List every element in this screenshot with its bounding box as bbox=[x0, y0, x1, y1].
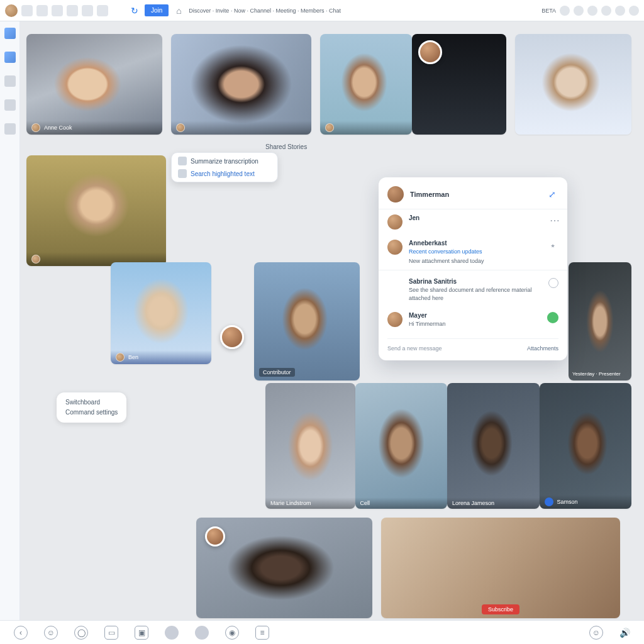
close-icon[interactable] bbox=[629, 6, 639, 16]
section-heading: Shared Stories bbox=[265, 143, 631, 150]
history-icon[interactable] bbox=[587, 6, 597, 16]
tab-icon[interactable] bbox=[82, 5, 93, 16]
app-icon[interactable] bbox=[4, 28, 16, 39]
tab-icon[interactable] bbox=[52, 5, 63, 16]
screen-button[interactable]: ▣ bbox=[135, 626, 148, 640]
chat-panel: Timmerman ⤢ Jen ⋯ Anneberkast Recent con… bbox=[379, 177, 567, 360]
chat-composer[interactable]: Send a new message Attachments bbox=[387, 338, 558, 352]
left-sidebar bbox=[0, 21, 20, 620]
video-tile[interactable]: Contributor bbox=[254, 262, 360, 380]
list-button[interactable]: ≡ bbox=[255, 626, 269, 640]
sender-name: Mayer bbox=[409, 312, 541, 319]
beta-label: BETA bbox=[541, 8, 556, 14]
tab-icon[interactable] bbox=[21, 5, 33, 16]
message-sub: New attachment shared today bbox=[409, 257, 543, 265]
video-tile[interactable] bbox=[515, 34, 631, 135]
tile-row: Marie Lindstrom Cell Lorena Jameson Sams… bbox=[265, 383, 631, 509]
tooltip-line: Summarize transcription bbox=[191, 158, 258, 165]
feedback-button[interactable]: ☺ bbox=[589, 626, 603, 640]
tab-icon[interactable] bbox=[67, 5, 78, 16]
video-tile[interactable]: Anne Cook bbox=[26, 34, 162, 135]
tile-name: Ben bbox=[128, 354, 138, 360]
tab-icon[interactable] bbox=[36, 5, 48, 16]
video-tile[interactable]: Lorena Jameson bbox=[447, 383, 539, 509]
tile-name: Cell bbox=[360, 500, 370, 506]
mic-icon bbox=[545, 497, 553, 506]
nav-icon[interactable] bbox=[4, 99, 16, 111]
video-tile[interactable]: Yesterday · Presenter bbox=[569, 262, 631, 380]
chat-message[interactable]: Jen ⋯ bbox=[379, 209, 567, 235]
action-tooltip[interactable]: Summarize transcription Search highlight… bbox=[171, 152, 278, 182]
video-tile[interactable] bbox=[196, 518, 372, 618]
participant-avatar bbox=[418, 40, 442, 64]
more-icon[interactable]: ⋯ bbox=[550, 214, 558, 223]
tile-name: Marie Lindstrom bbox=[270, 500, 311, 506]
presence-dot bbox=[31, 123, 40, 132]
tile-tag: Yesterday · Presenter bbox=[572, 371, 628, 377]
nav-icon[interactable] bbox=[4, 123, 16, 135]
home-icon[interactable]: ⌂ bbox=[172, 4, 185, 17]
bookmark-icon[interactable]: ⋆ bbox=[550, 240, 558, 248]
settings-icon[interactable] bbox=[560, 6, 570, 16]
presence-dot bbox=[31, 255, 40, 264]
top-toolbar: ↻ Join ⌂ Discover · Invite · Now · Chann… bbox=[0, 0, 644, 21]
info-bubble: Switchboard Command settings bbox=[57, 392, 126, 423]
composer-placeholder: Send a new message bbox=[387, 345, 442, 352]
person-button[interactable] bbox=[165, 626, 179, 640]
message-text: Hi Timmerman bbox=[409, 320, 541, 328]
expand-icon[interactable]: ⤢ bbox=[548, 189, 558, 199]
status-badge bbox=[548, 278, 558, 288]
tile-row: Anne Cook bbox=[26, 34, 631, 135]
tile-row: Subscribe bbox=[196, 518, 631, 618]
chat-button[interactable]: ☺ bbox=[44, 626, 58, 640]
subscribe-button[interactable]: Subscribe bbox=[482, 604, 519, 614]
breadcrumb: Discover · Invite · Now · Channel · Meet… bbox=[189, 8, 341, 14]
message-text: Recent conversation updates bbox=[409, 248, 543, 256]
notifications-icon[interactable] bbox=[574, 6, 584, 16]
tile-name: Samson bbox=[557, 499, 578, 505]
video-tile[interactable] bbox=[412, 34, 507, 135]
main-content: Anne Cook Summarize transcription Search… bbox=[20, 21, 644, 620]
tab-icon[interactable] bbox=[97, 5, 108, 16]
search-icon bbox=[178, 169, 187, 178]
video-tile[interactable]: Cell bbox=[355, 383, 447, 509]
video-tile[interactable]: Marie Lindstrom bbox=[265, 383, 355, 509]
bubble-line: Command settings bbox=[65, 408, 118, 418]
chat-message[interactable]: Mayer Hi Timmerman bbox=[379, 307, 567, 333]
tile-name: Lorena Jameson bbox=[452, 500, 494, 506]
help-icon[interactable] bbox=[601, 6, 611, 16]
attachments-link[interactable]: Attachments bbox=[527, 345, 558, 352]
refresh-icon[interactable]: ↻ bbox=[128, 4, 141, 17]
video-tile[interactable]: Ben bbox=[111, 262, 211, 364]
video-tile[interactable] bbox=[171, 34, 311, 135]
chat-header: Timmerman ⤢ bbox=[379, 186, 567, 209]
tile-name: Anne Cook bbox=[44, 125, 72, 131]
video-tile[interactable] bbox=[320, 34, 412, 135]
nav-icon[interactable] bbox=[4, 75, 16, 87]
nav-icon[interactable] bbox=[4, 52, 16, 63]
presence-dot bbox=[176, 123, 185, 132]
video-tile[interactable]: Subscribe bbox=[381, 518, 620, 618]
back-button[interactable]: ‹ bbox=[14, 626, 28, 640]
send-fab[interactable] bbox=[547, 312, 558, 323]
camera-button[interactable]: ◉ bbox=[225, 626, 239, 640]
account-avatar[interactable] bbox=[5, 4, 18, 17]
chat-avatar[interactable] bbox=[387, 186, 404, 203]
tile-badge: Contributor bbox=[259, 368, 295, 377]
tab-join[interactable]: Join bbox=[145, 4, 169, 16]
volume-icon[interactable]: 🔊 bbox=[619, 628, 630, 638]
face-button[interactable] bbox=[195, 626, 209, 640]
video-tile[interactable]: Samson bbox=[540, 383, 631, 509]
message-text: See the shared document and reference ma… bbox=[409, 286, 542, 302]
sender-name: Anneberkast bbox=[409, 240, 543, 247]
shield-button[interactable]: ◯ bbox=[74, 626, 88, 640]
chat-message[interactable]: Anneberkast Recent conversation updates … bbox=[379, 235, 567, 270]
chat-title: Timmerman bbox=[410, 191, 542, 198]
apps-icon[interactable] bbox=[615, 6, 625, 16]
video-button[interactable]: ▭ bbox=[104, 626, 118, 640]
participant-avatar bbox=[205, 526, 225, 547]
sender-name: Sabrina Sanitris bbox=[409, 278, 542, 285]
chat-message[interactable]: Sabrina Sanitris See the shared document… bbox=[379, 270, 567, 307]
video-tile[interactable] bbox=[26, 155, 166, 266]
presence-dot bbox=[116, 353, 125, 362]
